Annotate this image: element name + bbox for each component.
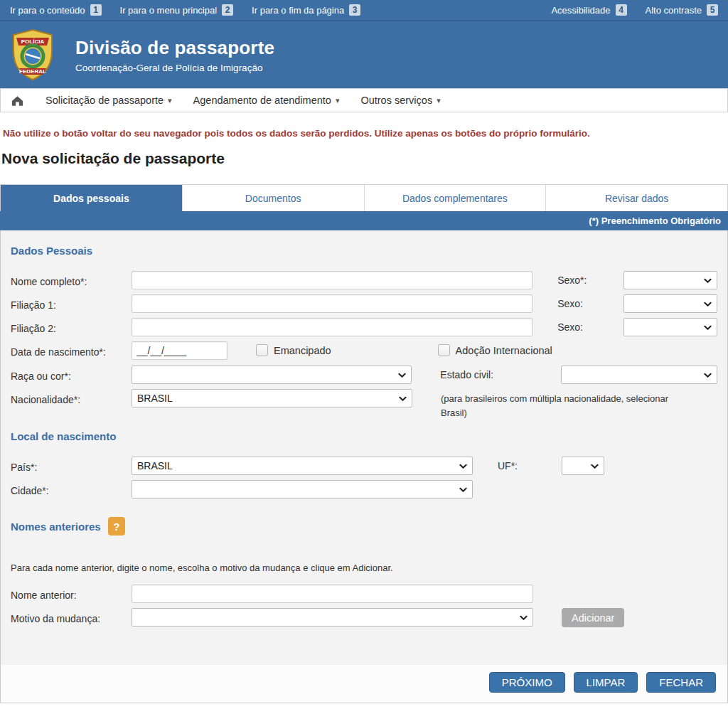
pais-label: País*:	[11, 457, 132, 474]
menu-item-outros[interactable]: Outros serviços ▾	[360, 95, 440, 106]
form-footer: PRÓXIMO LIMPAR FECHAR	[1, 665, 727, 703]
chevron-down-icon: ▾	[437, 96, 441, 105]
help-button[interactable]: ?	[108, 517, 125, 535]
row-nacionalidade: Nacionalidade*: BRASIL (para brasileiros…	[11, 389, 717, 420]
section-nomes-anteriores: Nomes anteriores ?	[11, 517, 717, 535]
skip-to-content-link[interactable]: Ir para o conteúdo 1	[10, 4, 102, 16]
select-value: BRASIL	[137, 460, 173, 471]
fechar-button[interactable]: FECHAR	[646, 672, 716, 693]
menu-item-label: Outros serviços	[360, 95, 432, 106]
chevron-down-icon	[704, 302, 712, 307]
row-data-nascimento: Data de nascimento*: Emancipado Adoção I…	[11, 341, 717, 360]
svg-text:FEDERAL: FEDERAL	[19, 68, 46, 75]
nomes-anteriores-hint: Para cada nome anterior, digite o nome, …	[11, 563, 717, 573]
filiacao2-input[interactable]	[132, 318, 532, 336]
shortcut-badge: 2	[222, 4, 233, 16]
filiacao2-label: Filiação 2:	[11, 318, 132, 336]
accessibility-link[interactable]: Acessibilidade 4	[551, 4, 626, 16]
nome-completo-label: Nome completo*:	[11, 271, 132, 289]
row-filiacao1: Filiação 1: Sexo:	[11, 294, 717, 313]
page-title: Nova solicitação de passaporte	[1, 150, 727, 167]
tab-documentos[interactable]: Documentos	[182, 185, 364, 211]
tab-revisar-dados[interactable]: Revisar dados	[545, 185, 727, 211]
app-subtitle: Coordenação-Geral de Polícia de Imigraçã…	[75, 63, 274, 73]
required-note: (*) Preenchimento Obrigatório	[589, 215, 721, 226]
high-contrast-link[interactable]: Alto contraste 5	[646, 4, 719, 16]
form-tabs: Dados pessoais Documentos Dados compleme…	[0, 184, 728, 211]
row-nome-anterior: Nome anterior:	[11, 585, 717, 603]
form-body: Dados Pessoais Nome completo*: Sexo*: Fi…	[1, 230, 727, 665]
estado-civil-select[interactable]	[561, 366, 717, 384]
nacionalidade-select[interactable]: BRASIL	[132, 389, 412, 407]
header-text: Divisão de passaporte Coordenação-Geral …	[75, 37, 274, 73]
required-fields-bar: (*) Preenchimento Obrigatório	[0, 211, 728, 230]
chevron-down-icon	[704, 278, 712, 284]
proximo-button[interactable]: PRÓXIMO	[489, 672, 565, 693]
menu-item-label: Agendamento de atendimento	[193, 95, 331, 106]
filiacao1-input[interactable]	[132, 294, 532, 313]
shortcut-badge: 4	[616, 4, 627, 16]
pais-select[interactable]: BRASIL	[132, 457, 473, 475]
cidade-select[interactable]	[132, 480, 473, 499]
question-mark-icon: ?	[113, 521, 119, 533]
adicionar-button[interactable]: Adicionar	[562, 608, 624, 627]
chevron-down-icon	[459, 464, 467, 469]
app-title: Divisão de passaporte	[75, 37, 274, 59]
high-contrast-label: Alto contraste	[646, 5, 702, 16]
tab-dados-complementares[interactable]: Dados complementares	[364, 185, 546, 211]
emancipado-checkbox[interactable]	[256, 344, 268, 356]
raca-label: Raça ou cor*:	[11, 366, 132, 383]
sexo3-select[interactable]	[623, 318, 717, 336]
uf-label: UF*:	[498, 457, 562, 471]
shortcut-badge: 3	[349, 4, 360, 16]
row-nome-completo: Nome completo*: Sexo*:	[11, 271, 717, 289]
limpar-button[interactable]: LIMPAR	[574, 672, 638, 693]
accessibility-label: Acessibilidade	[551, 5, 610, 16]
estado-civil-label: Estado civil:	[440, 366, 561, 380]
menu-item-solicitacao[interactable]: Solicitação de passaporte ▾	[46, 95, 172, 106]
chevron-down-icon	[591, 464, 599, 469]
row-motivo-mudanca: Motivo da mudança: Adicionar	[11, 608, 717, 627]
sexo1-select[interactable]	[623, 271, 717, 289]
adocao-internacional-label: Adoção Internacional	[456, 341, 552, 356]
skip-to-menu-label: Ir para o menu principal	[120, 5, 218, 16]
tab-dados-pessoais[interactable]: Dados pessoais	[1, 185, 182, 211]
section-dados-pessoais: Dados Pessoais	[11, 245, 717, 257]
data-nascimento-input[interactable]	[132, 341, 228, 360]
chevron-down-icon	[399, 396, 407, 402]
raca-select[interactable]	[132, 366, 412, 384]
row-cidade: Cidade*:	[11, 480, 717, 499]
chevron-down-icon: ▾	[168, 96, 172, 105]
home-button[interactable]	[11, 95, 24, 107]
chevron-down-icon	[704, 373, 712, 378]
adocao-internacional-checkbox[interactable]	[438, 344, 450, 356]
chevron-down-icon: ▾	[336, 96, 340, 105]
tab-label: Revisar dados	[605, 193, 669, 204]
tab-label: Documentos	[245, 193, 301, 204]
sexo2-label: Sexo:	[557, 294, 623, 309]
uf-select[interactable]	[562, 457, 604, 475]
nome-completo-input[interactable]	[132, 271, 532, 289]
row-pais: País*: BRASIL UF*:	[11, 457, 717, 475]
main-menu: Solicitação de passaporte ▾ Agendamento …	[0, 88, 728, 112]
form-panel: Dados Pessoais Nome completo*: Sexo*: Fi…	[0, 230, 728, 703]
tab-label: Dados pessoais	[53, 193, 129, 204]
home-icon	[11, 95, 24, 107]
sexo1-label: Sexo*:	[557, 271, 623, 286]
skip-to-menu-link[interactable]: Ir para o menu principal 2	[120, 4, 234, 16]
menu-item-agendamento[interactable]: Agendamento de atendimento ▾	[193, 95, 340, 106]
nacionalidade-label: Nacionalidade*:	[11, 389, 132, 407]
sexo2-select[interactable]	[623, 294, 717, 313]
nome-anterior-label: Nome anterior:	[11, 585, 132, 602]
skip-to-footer-link[interactable]: Ir para o fim da página 3	[252, 4, 360, 16]
accessibility-links-left: Ir para o conteúdo 1 Ir para o menu prin…	[10, 4, 360, 16]
motivo-mudanca-select[interactable]	[132, 608, 533, 627]
nome-anterior-input[interactable]	[132, 585, 533, 603]
skip-to-footer-label: Ir para o fim da página	[252, 5, 344, 16]
chevron-down-icon	[398, 373, 406, 378]
tab-label: Dados complementares	[402, 193, 508, 204]
row-raca: Raça ou cor*: Estado civil:	[11, 366, 717, 384]
chevron-down-icon	[520, 615, 528, 621]
row-filiacao2: Filiação 2: Sexo:	[11, 318, 717, 336]
menu-item-label: Solicitação de passaporte	[46, 95, 164, 106]
